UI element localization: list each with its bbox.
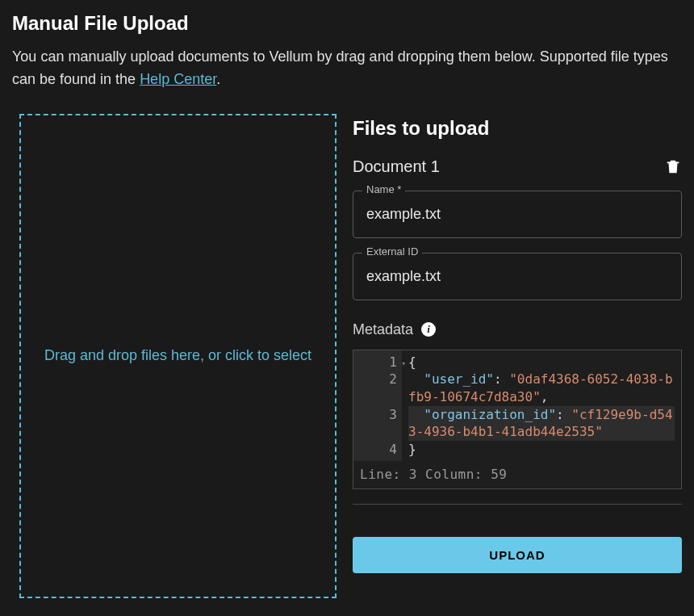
files-panel: Files to upload Document 1 Name * Extern… [353,114,682,598]
files-heading: Files to upload [353,117,682,140]
code-gutter: 1▾ 2 3 4 [353,350,402,462]
page-description: You can manually upload documents to Vel… [12,46,682,91]
file-dropzone[interactable]: Drag and drop files here, or click to se… [19,114,337,598]
document-title: Document 1 [353,157,440,176]
trash-icon [664,157,682,175]
description-text-post: . [216,71,220,87]
external-id-input[interactable] [353,253,682,300]
delete-document-button[interactable] [664,157,682,175]
external-id-field-label: External ID [362,245,422,258]
editor-status-bar: Line: 3 Column: 59 [353,461,681,488]
upload-button[interactable]: UPLOAD [353,537,682,573]
fold-caret-icon[interactable]: ▾ [402,358,406,368]
code-content[interactable]: { "user_id": "0daf4368-6052-4038-bfb9-10… [402,350,681,462]
page-title: Manual File Upload [12,12,682,35]
help-center-link[interactable]: Help Center [140,71,216,87]
info-icon[interactable]: i [421,322,436,337]
divider [353,504,682,505]
name-field-label: Name * [362,183,405,195]
metadata-code-editor[interactable]: 1▾ 2 3 4 { "user_id": "0daf4368-6052-403… [353,350,682,489]
dropzone-text: Drag and drop files here, or click to se… [44,347,311,364]
name-input[interactable] [353,191,682,238]
description-text-pre: You can manually upload documents to Vel… [12,48,668,87]
metadata-label: Metadata [353,321,413,338]
